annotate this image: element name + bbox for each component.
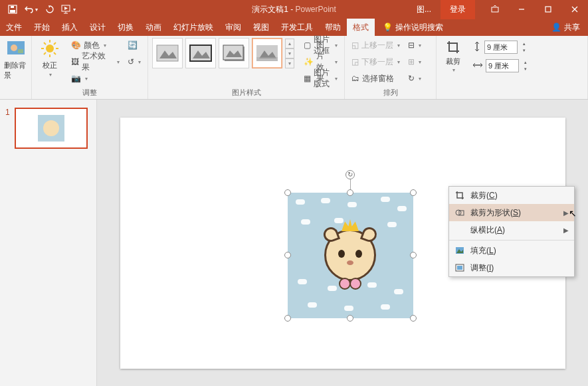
start-from-beginning-button[interactable]: ▾ (60, 1, 77, 17)
change-picture-button[interactable]: 🔄 (125, 38, 144, 52)
border-icon: ▢ (304, 41, 311, 50)
save-button[interactable] (4, 1, 21, 17)
menu-fit[interactable]: 调整(I) (449, 259, 574, 276)
width-input-row: 9 厘米 ▴▾ (472, 59, 530, 72)
width-icon (472, 60, 483, 72)
tab-review[interactable]: 审阅 (219, 19, 247, 36)
fit-icon (454, 262, 465, 273)
height-up[interactable]: ▴ (520, 41, 528, 47)
handle-ml[interactable] (284, 252, 291, 258)
reset-picture-button[interactable]: ↺▾ (125, 54, 144, 69)
menu-crop[interactable]: 裁剪(C) (449, 187, 574, 204)
svg-rect-40 (457, 266, 462, 270)
close-button[interactable] (561, 0, 588, 19)
forward-icon: ◱ (351, 41, 359, 50)
bring-forward-button[interactable]: ◱上移一层▾ (349, 38, 403, 52)
cat-illustration (324, 229, 376, 281)
handle-tr[interactable] (410, 189, 417, 196)
fill-icon (454, 245, 465, 256)
tab-slideshow[interactable]: 幻灯片放映 (167, 19, 219, 36)
crop-label: 裁剪 (446, 56, 460, 66)
pic-effects-icon: ✨ (304, 57, 314, 66)
svg-line-22 (44, 52, 46, 54)
ribbon-options-button[interactable] (482, 0, 508, 19)
gallery-up-button[interactable]: ▴ (285, 39, 294, 48)
layout-icon: ▦ (304, 74, 311, 83)
redo-button[interactable] (41, 1, 58, 17)
tab-view[interactable]: 视图 (247, 19, 275, 36)
handle-br[interactable] (410, 315, 417, 322)
crop-icon (446, 40, 460, 56)
tell-me-label: 操作说明搜索 (395, 22, 443, 33)
effects-icon: 🖼 (71, 57, 79, 66)
width-down[interactable]: ▾ (522, 66, 530, 72)
share-label: 共享 (564, 22, 580, 33)
send-backward-button[interactable]: ◲下移一层▾ (349, 54, 403, 69)
svg-rect-6 (492, 7, 498, 12)
lightbulb-icon: 💡 (383, 23, 393, 32)
height-down[interactable]: ▾ (520, 47, 528, 54)
gallery-down-button[interactable]: ▾ (285, 48, 294, 58)
handle-bc[interactable] (347, 315, 353, 322)
shape-icon (454, 207, 465, 218)
svg-rect-25 (190, 45, 211, 61)
tab-home[interactable]: 开始 (28, 19, 56, 36)
tab-format[interactable]: 格式 (347, 19, 375, 36)
tell-me-search[interactable]: 💡 操作说明搜索 (383, 22, 443, 33)
style-item-3[interactable] (219, 38, 249, 68)
svg-line-20 (54, 52, 56, 54)
crop-icon (454, 190, 465, 201)
share-button[interactable]: 👤 共享 (551, 22, 588, 33)
remove-background-button[interactable]: 删除背景 (4, 38, 27, 80)
minimize-button[interactable] (508, 0, 535, 19)
svg-rect-28 (223, 45, 243, 60)
tab-animation[interactable]: 动画 (140, 19, 167, 36)
menu-crop-to-shape[interactable]: 裁剪为形状(S) ▶ ↖ (449, 204, 574, 221)
rotate-icon: ↻ (408, 74, 415, 83)
gallery-more-button[interactable]: ▾ (285, 58, 294, 68)
picture-styles-gallery[interactable]: ▴ ▾ ▾ (152, 38, 294, 68)
compress-button[interactable]: 📷▾ (68, 71, 122, 86)
width-input[interactable]: 9 厘米 (486, 59, 519, 72)
tab-design[interactable]: 设计 (84, 19, 112, 36)
rotate-handle[interactable]: ↻ (345, 170, 355, 179)
tab-file[interactable]: 文件 (0, 19, 28, 36)
tab-transition[interactable]: 切换 (112, 19, 140, 36)
height-input[interactable]: 9 厘米 (484, 41, 518, 54)
arrange-group-label: 排列 (349, 88, 432, 99)
selection-pane-button[interactable]: 🗂选择窗格 (349, 71, 403, 86)
style-item-1[interactable] (152, 38, 183, 68)
adjust-group-label: 调整 (36, 88, 144, 99)
height-input-row: 9 厘米 ▴▾ (472, 41, 530, 54)
style-item-2[interactable] (185, 38, 216, 68)
styles-group-label: 图片样式 (152, 88, 340, 99)
style-item-4-selected[interactable] (252, 38, 282, 68)
handle-tc[interactable] (347, 189, 353, 196)
menu-fill[interactable]: 填充(L) (449, 242, 574, 259)
backward-icon: ◲ (351, 57, 359, 66)
picture-layout-button[interactable]: ▦图片版式▾ (301, 71, 340, 86)
align-button[interactable]: ⊟▾ (405, 38, 424, 52)
undo-button[interactable]: ▾ (23, 1, 40, 17)
corrections-button[interactable]: 校正 ▾ (36, 38, 63, 78)
rotate-button[interactable]: ↻▾ (405, 71, 424, 86)
width-up[interactable]: ▴ (522, 59, 530, 66)
selected-picture[interactable]: ↻ (288, 193, 413, 318)
tab-developer[interactable]: 开发工具 (275, 19, 319, 36)
tab-insert[interactable]: 插入 (56, 19, 84, 36)
slide-thumbnail-1[interactable] (15, 108, 88, 149)
handle-mr[interactable] (410, 252, 417, 258)
crop-button[interactable]: 裁剪 ▾ (441, 38, 466, 75)
login-button[interactable]: 登录 (441, 0, 475, 19)
sun-icon (39, 38, 60, 59)
maximize-button[interactable] (535, 0, 561, 19)
ribbon: 删除背景 校正 ▾ 🎨颜色▾ 🖼艺术效果▾ 📷▾ 🔄 ↺▾ 调整 (0, 36, 588, 100)
change-icon: 🔄 (128, 41, 138, 50)
group-button[interactable]: ⊞▾ (405, 54, 424, 69)
menu-aspect-ratio[interactable]: 纵横比(A) ▶ (449, 221, 574, 239)
handle-tl[interactable] (284, 189, 291, 196)
height-icon (472, 41, 482, 54)
handle-bl[interactable] (284, 315, 291, 322)
artistic-effects-button[interactable]: 🖼艺术效果▾ (68, 54, 122, 69)
submenu-arrow-icon: ▶ (563, 209, 569, 217)
